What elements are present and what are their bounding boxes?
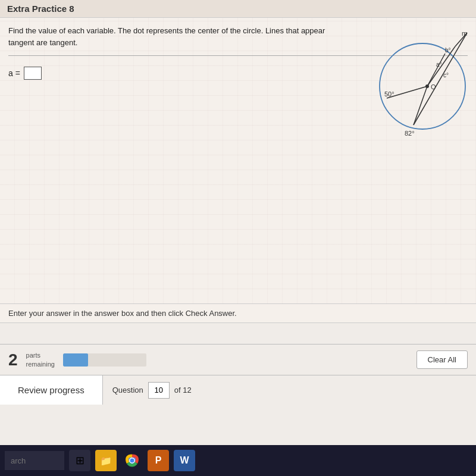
parts-label-line1: parts (26, 351, 55, 359)
chrome-icon[interactable] (121, 450, 143, 471)
parts-count: 2 (8, 350, 18, 369)
page-header: Extra Practice 8 (0, 0, 476, 18)
parts-count-number: 2 (8, 352, 18, 368)
instruction-text: Enter your answer in the answer box and … (8, 309, 237, 318)
taskbar: ⊞ 📁 P W (0, 445, 476, 476)
parts-label-line2: remaining (26, 360, 55, 368)
word-icon[interactable]: W (174, 450, 195, 471)
total-questions: of 12 (174, 386, 192, 394)
svg-line-7 (414, 33, 467, 125)
label-50: 50° (384, 90, 394, 98)
page-title: Extra Practice 8 (7, 4, 74, 14)
parts-label: parts remaining (26, 351, 55, 368)
clear-all-button[interactable]: Clear All (416, 350, 468, 369)
instruction-bar: Enter your answer in the answer box and … (0, 303, 476, 323)
footer-area: 2 parts remaining Clear All Review progr… (0, 344, 476, 405)
problem-description: Find the value of each variable. The dot… (8, 25, 342, 48)
svg-line-5 (427, 54, 445, 86)
review-progress-button[interactable]: Review progress (0, 375, 103, 405)
question-label: Question (112, 386, 143, 394)
label-b: b° (445, 47, 451, 54)
svg-point-10 (130, 459, 134, 463)
svg-point-0 (380, 43, 465, 129)
label-m: m (462, 30, 467, 37)
label-o: O (431, 83, 436, 90)
progress-row: 2 parts remaining Clear All (0, 344, 476, 375)
answer-input[interactable] (24, 67, 42, 80)
review-nav-row: Review progress Question of 12 (0, 375, 476, 405)
circle-diagram: m b° a° c° O 50° 82° (357, 24, 470, 143)
question-number-input[interactable] (148, 382, 170, 399)
chrome-svg (124, 452, 140, 469)
label-82: 82° (405, 130, 415, 137)
answer-label: a = (8, 68, 20, 78)
progress-fill (63, 353, 88, 367)
main-content: Find the value of each variable. The dot… (0, 18, 476, 303)
taskbar-search[interactable] (5, 451, 64, 470)
label-a: a° (436, 61, 442, 68)
windows-icon[interactable]: ⊞ (69, 450, 90, 471)
powerpoint-icon[interactable]: P (148, 450, 169, 471)
label-c: c° (443, 72, 449, 79)
file-explorer-icon[interactable]: 📁 (95, 450, 117, 471)
progress-track (63, 353, 146, 367)
diagram-svg: m b° a° c° O 50° 82° (357, 24, 470, 143)
question-nav: Question of 12 (103, 382, 201, 399)
